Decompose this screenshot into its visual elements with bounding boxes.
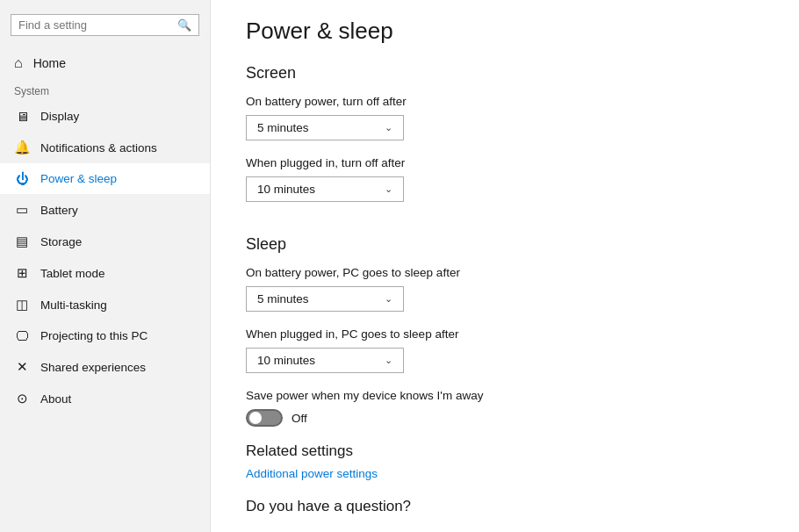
sidebar-item-label: Tablet mode (40, 267, 105, 280)
multitasking-icon: ◫ (14, 297, 30, 313)
sidebar-item-about[interactable]: ⊙ About (0, 383, 210, 414)
sidebar-item-label: Notifications & actions (40, 141, 157, 155)
related-settings-title: Related settings (246, 442, 764, 460)
search-input[interactable] (18, 18, 177, 32)
sidebar-item-projecting[interactable]: 🖵 Projecting to this PC (0, 320, 210, 351)
sidebar: 🔍 ⌂ Home System 🖥 Display 🔔 Notification… (0, 0, 211, 532)
question-title: Do you have a question? (246, 498, 764, 515)
sleep-battery-dropdown[interactable]: 5 minutes ⌄ (246, 286, 404, 312)
sidebar-item-storage[interactable]: ▤ Storage (0, 226, 210, 257)
chevron-down-icon: ⌄ (385, 355, 392, 366)
tablet-icon: ⊞ (14, 265, 30, 281)
save-power-toggle[interactable] (246, 409, 283, 427)
power-icon: ⏻ (14, 171, 30, 186)
sleep-plugin-label: When plugged in, PC goes to sleep after (246, 327, 764, 341)
sleep-battery-value: 5 minutes (257, 292, 309, 306)
chevron-down-icon: ⌄ (385, 183, 392, 195)
sleep-section-title: Sleep (246, 235, 764, 254)
sidebar-item-label: Projecting to this PC (40, 329, 148, 342)
about-icon: ⊙ (14, 391, 30, 406)
sleep-battery-label: On battery power, PC goes to sleep after (246, 266, 764, 279)
save-power-label: Save power when my device knows I'm away (246, 389, 764, 402)
sidebar-item-battery[interactable]: ▭ Battery (0, 194, 210, 226)
system-label: System (0, 78, 210, 101)
sidebar-item-label: Battery (40, 204, 78, 217)
save-power-toggle-row: Off (246, 409, 764, 427)
sidebar-home-label: Home (33, 56, 66, 70)
toggle-state-label: Off (292, 412, 307, 425)
home-icon: ⌂ (14, 55, 23, 71)
projecting-icon: 🖵 (14, 328, 30, 343)
sidebar-item-notifications[interactable]: 🔔 Notifications & actions (0, 132, 210, 163)
sidebar-item-shared[interactable]: ✕ Shared experiences (0, 351, 210, 383)
main-content: Power & sleep Screen On battery power, t… (211, 0, 799, 532)
sidebar-item-label: Multi-tasking (40, 298, 107, 312)
additional-power-settings-link[interactable]: Additional power settings (246, 467, 764, 480)
screen-plugin-label: When plugged in, turn off after (246, 156, 764, 169)
notifications-icon: 🔔 (14, 140, 30, 155)
sleep-plugin-value: 10 minutes (257, 354, 315, 367)
screen-section-title: Screen (246, 64, 764, 83)
toggle-knob (249, 412, 262, 424)
search-box[interactable]: 🔍 (11, 14, 199, 36)
sidebar-item-label: About (40, 392, 71, 406)
chevron-down-icon: ⌄ (385, 293, 392, 305)
sidebar-item-power[interactable]: ⏻ Power & sleep (0, 163, 210, 194)
screen-plugin-dropdown[interactable]: 10 minutes ⌄ (246, 176, 404, 202)
sidebar-item-multitasking[interactable]: ◫ Multi-tasking (0, 289, 210, 320)
screen-battery-value: 5 minutes (257, 121, 309, 134)
screen-plugin-value: 10 minutes (257, 183, 315, 196)
shared-icon: ✕ (14, 359, 30, 375)
sidebar-item-label: Display (40, 110, 79, 123)
storage-icon: ▤ (14, 234, 30, 249)
screen-battery-label: On battery power, turn off after (246, 95, 764, 108)
screen-battery-dropdown[interactable]: 5 minutes ⌄ (246, 115, 404, 140)
sidebar-item-label: Power & sleep (40, 172, 117, 185)
battery-icon: ▭ (14, 202, 30, 218)
sidebar-item-label: Storage (40, 235, 82, 248)
chevron-down-icon: ⌄ (385, 122, 392, 133)
search-icon: 🔍 (177, 18, 191, 32)
sidebar-item-tablet[interactable]: ⊞ Tablet mode (0, 257, 210, 289)
sidebar-item-label: Shared experiences (40, 361, 146, 374)
display-icon: 🖥 (14, 109, 30, 124)
page-title: Power & sleep (246, 18, 764, 45)
sleep-plugin-dropdown[interactable]: 10 minutes ⌄ (246, 348, 404, 373)
sidebar-item-home[interactable]: ⌂ Home (0, 48, 210, 78)
sidebar-item-display[interactable]: 🖥 Display (0, 101, 210, 132)
